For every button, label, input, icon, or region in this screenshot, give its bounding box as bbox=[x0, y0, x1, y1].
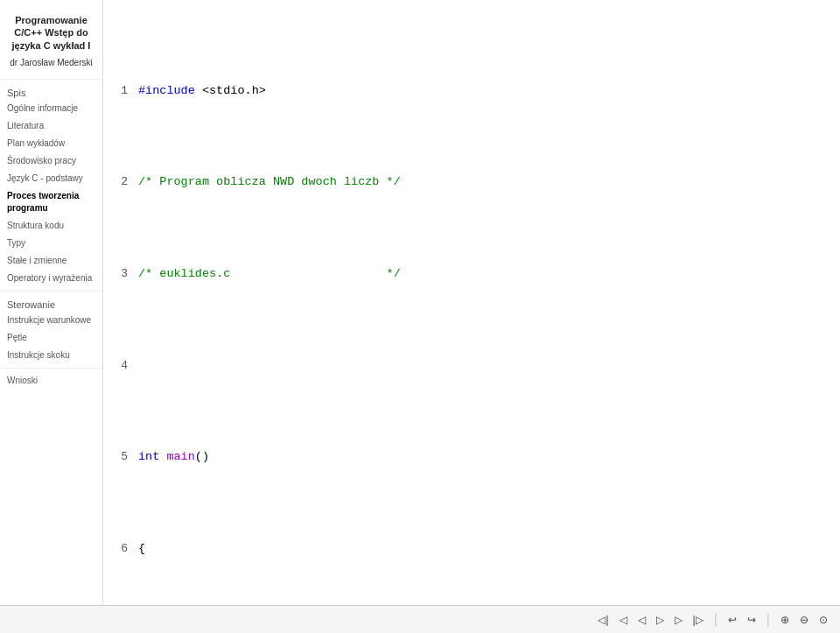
sidebar-item-wnioski[interactable]: Wnioski bbox=[0, 372, 102, 390]
code-text-3: /* euklides.c */ bbox=[138, 265, 822, 284]
code-line-2: 2 /* Program oblicza NWD dwoch liczb */ bbox=[112, 173, 822, 192]
nav-back-button[interactable]: ↩ bbox=[724, 612, 740, 628]
line-num-5: 5 bbox=[112, 448, 138, 466]
nav-prev-alt-button[interactable]: ◁ bbox=[634, 612, 649, 628]
nav-next-button[interactable]: ▷ bbox=[653, 612, 668, 628]
sidebar-item-stale[interactable]: Stałe i zmienne bbox=[0, 252, 102, 270]
sidebar-divider-1 bbox=[0, 79, 102, 80]
sidebar-item-plan[interactable]: Plan wykładów bbox=[0, 135, 102, 152]
nav-next-alt-button[interactable]: ▷ bbox=[671, 612, 686, 628]
nav-next-end-button[interactable]: |▷ bbox=[690, 612, 707, 628]
sidebar-item-ogolne[interactable]: Ogólne informacje bbox=[0, 100, 102, 117]
sidebar-item-petle[interactable]: Pętle bbox=[0, 329, 102, 347]
sidebar: Programowanie C/C++ Wstęp do języka C wy… bbox=[0, 0, 103, 605]
sidebar-item-literatura[interactable]: Literatura bbox=[0, 117, 102, 135]
zoom-in-button[interactable]: ⊕ bbox=[777, 612, 793, 628]
code-text-1: #include <stdio.h> bbox=[138, 82, 822, 101]
code-line-6: 6 { bbox=[112, 540, 822, 559]
zoom-fit-button[interactable]: ⊙ bbox=[816, 612, 831, 628]
sidebar-item-skoku[interactable]: Instrukcje skoku bbox=[0, 347, 102, 364]
sidebar-item-sterowanie[interactable]: Sterowanie bbox=[0, 295, 102, 312]
line-num-3: 3 bbox=[112, 265, 138, 283]
sidebar-title: Programowanie C/C++ Wstęp do języka C wy… bbox=[0, 9, 102, 53]
code-text-6: { bbox=[138, 540, 822, 559]
code-line-1: 1 #include <stdio.h> bbox=[112, 82, 822, 101]
code-text-4 bbox=[138, 357, 822, 376]
nav-icons: ◁| ◁ ◁ ▷ ▷ |▷ | ↩ ↪ | ⊕ ⊖ ⊙ bbox=[594, 612, 831, 628]
sidebar-item-typy[interactable]: Typy bbox=[0, 235, 102, 252]
sidebar-item-srodowisko[interactable]: Środowisko pracy bbox=[0, 152, 102, 170]
sidebar-item-struktura[interactable]: Struktura kodu bbox=[0, 217, 102, 235]
code-text-2: /* Program oblicza NWD dwoch liczb */ bbox=[138, 173, 822, 192]
code-line-5: 5 int main() bbox=[112, 448, 822, 467]
code-line-4: 4 bbox=[112, 357, 822, 376]
line-num-2: 2 bbox=[112, 173, 138, 191]
sidebar-divider-3 bbox=[0, 368, 102, 369]
line-num-1: 1 bbox=[112, 82, 138, 100]
code-line-3: 3 /* euklides.c */ bbox=[112, 265, 822, 284]
nav-forward-button[interactable]: ↪ bbox=[744, 612, 760, 628]
line-num-4: 4 bbox=[112, 357, 138, 375]
sidebar-item-proces[interactable]: Proces tworzenia programu bbox=[0, 187, 102, 217]
nav-prev-start-button[interactable]: ◁| bbox=[594, 612, 612, 628]
sidebar-author: dr Jarosław Mederski bbox=[0, 53, 102, 75]
sidebar-divider-2 bbox=[0, 291, 102, 292]
nav-separator: | bbox=[714, 612, 718, 628]
code-block: 1 #include <stdio.h> 2 /* Program oblicz… bbox=[112, 9, 822, 605]
sidebar-item-operatory[interactable]: Operatory i wyrażenia bbox=[0, 270, 102, 287]
code-text-5: int main() bbox=[138, 448, 822, 467]
zoom-out-button[interactable]: ⊖ bbox=[796, 612, 812, 628]
sidebar-item-jezyk[interactable]: Język C - podstawy bbox=[0, 170, 102, 187]
bottom-bar: ◁| ◁ ◁ ▷ ▷ |▷ | ↩ ↪ | ⊕ ⊖ ⊙ bbox=[0, 605, 840, 633]
nav-separator-2: | bbox=[766, 612, 770, 628]
content-area: 1 #include <stdio.h> 2 /* Program oblicz… bbox=[103, 0, 840, 605]
nav-prev-button[interactable]: ◁ bbox=[616, 612, 631, 628]
sidebar-item-spis[interactable]: Spis bbox=[0, 83, 102, 100]
main-layout: Programowanie C/C++ Wstęp do języka C wy… bbox=[0, 0, 840, 605]
line-num-6: 6 bbox=[112, 540, 138, 558]
sidebar-item-instrukcje[interactable]: Instrukcje warunkowe bbox=[0, 312, 102, 329]
